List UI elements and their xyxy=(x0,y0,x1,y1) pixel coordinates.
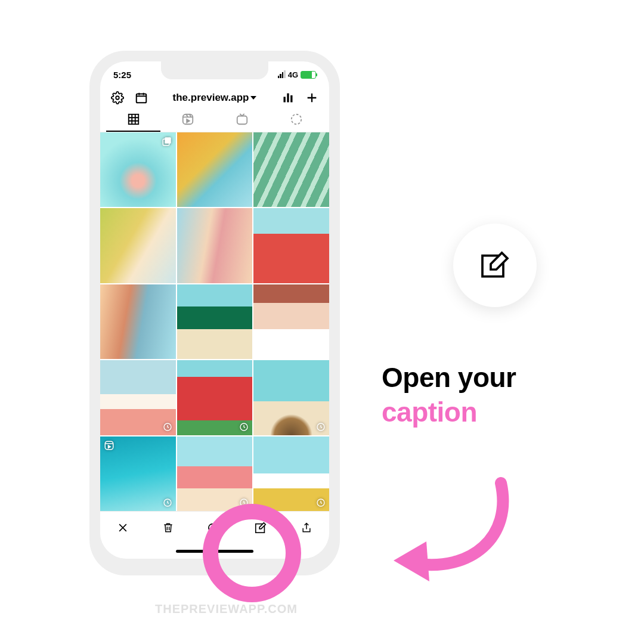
grid-cell[interactable] xyxy=(177,208,253,283)
grid-cell[interactable] xyxy=(177,436,253,511)
instruction-text: Open your caption xyxy=(382,361,608,429)
clock-icon xyxy=(316,422,326,432)
account-switcher[interactable]: the.preview.app xyxy=(173,92,257,104)
filter-icon[interactable] xyxy=(208,521,221,534)
grid-cell[interactable] xyxy=(100,208,176,283)
status-time: 5:25 xyxy=(113,70,131,80)
svg-rect-5 xyxy=(128,114,138,125)
bottom-action-bar xyxy=(100,511,329,543)
compose-icon[interactable] xyxy=(254,521,267,534)
phone-notch xyxy=(161,61,268,79)
network-label: 4G xyxy=(288,70,298,79)
grid-cell[interactable] xyxy=(100,284,176,359)
svg-rect-6 xyxy=(182,114,193,125)
tab-reels[interactable] xyxy=(160,113,215,132)
svg-rect-9 xyxy=(165,137,171,144)
tab-stories[interactable] xyxy=(269,113,323,132)
grid-cell[interactable] xyxy=(253,284,329,359)
trash-icon[interactable] xyxy=(162,521,174,534)
account-name: the.preview.app xyxy=(173,92,249,104)
svg-rect-1 xyxy=(137,94,147,103)
instruction-line2: caption xyxy=(382,395,608,430)
grid-cell[interactable] xyxy=(177,132,253,207)
grid-cell[interactable] xyxy=(253,436,329,511)
chevron-down-icon xyxy=(250,96,256,100)
tab-igtv[interactable] xyxy=(215,113,269,132)
instruction-line1: Open your xyxy=(382,361,608,395)
app-header: the.preview.app xyxy=(100,88,329,110)
grid-cell[interactable] xyxy=(100,132,176,207)
clock-icon xyxy=(239,498,249,507)
phone-frame: 5:25 4G the.preview.app xyxy=(89,51,340,575)
tab-grid[interactable] xyxy=(106,113,160,132)
grid-cell[interactable] xyxy=(100,360,176,435)
svg-rect-2 xyxy=(283,97,285,102)
analytics-icon[interactable] xyxy=(281,91,295,104)
clock-icon xyxy=(316,498,326,507)
grid-cell[interactable] xyxy=(177,360,253,435)
settings-icon[interactable] xyxy=(111,91,124,104)
clock-icon xyxy=(239,422,249,432)
arrow-annotation xyxy=(382,471,531,590)
watermark: THEPREVIEWAPP.COM xyxy=(155,602,298,616)
carousel-icon xyxy=(162,136,172,147)
clock-icon xyxy=(163,422,172,432)
svg-rect-7 xyxy=(237,116,247,125)
grid-cell[interactable] xyxy=(177,284,253,359)
clock-icon xyxy=(163,498,172,507)
svg-rect-14 xyxy=(105,441,113,450)
svg-rect-3 xyxy=(287,94,289,103)
svg-point-0 xyxy=(116,96,119,100)
reels-badge-icon xyxy=(104,440,114,451)
calendar-icon[interactable] xyxy=(135,91,148,104)
feed-tabs xyxy=(100,110,329,132)
svg-rect-4 xyxy=(290,95,292,103)
add-icon[interactable] xyxy=(305,91,318,104)
share-icon[interactable] xyxy=(301,521,312,534)
signal-icon xyxy=(278,71,286,78)
grid-cell[interactable] xyxy=(253,132,329,207)
instruction-column: Open your caption xyxy=(382,224,608,429)
phone-screen: 5:25 4G the.preview.app xyxy=(100,61,329,559)
grid-cell[interactable] xyxy=(253,208,329,283)
status-right: 4G xyxy=(278,70,316,79)
svg-point-8 xyxy=(291,114,301,125)
grid-cell[interactable] xyxy=(100,436,176,511)
home-indicator xyxy=(100,543,329,559)
grid-cell[interactable] xyxy=(253,360,329,435)
compose-icon-bubble xyxy=(453,224,537,307)
close-icon[interactable] xyxy=(117,522,129,534)
photo-grid xyxy=(100,132,329,511)
battery-icon xyxy=(301,71,316,79)
